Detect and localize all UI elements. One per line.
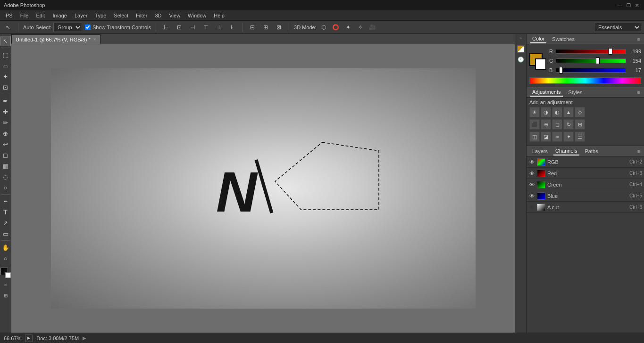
menu-ps[interactable]: PS [2,12,17,19]
quick-mask-mode[interactable]: ○ [0,279,11,290]
dodge-tool[interactable]: ○ [0,182,11,193]
panel-options-icon[interactable]: ≡ [637,36,640,42]
align-right-icon[interactable]: ⊣ [187,22,198,33]
canvas[interactable]: N [51,68,476,309]
color-picker-strip-icon[interactable] [516,44,526,54]
selective-color-icon[interactable]: ☰ [575,131,585,142]
channel-row-red[interactable]: 👁 Red Ctrl+3 [527,168,644,179]
quick-select-tool[interactable]: ✦ [0,71,11,82]
3d-scale-icon[interactable]: 🎥 [368,22,378,33]
show-transform-checkbox[interactable] [85,24,91,30]
type-tool[interactable]: T [0,207,11,217]
r-slider-thumb[interactable] [609,48,612,55]
menu-3d[interactable]: 3D [151,12,165,19]
vibrance-icon[interactable]: ◇ [575,107,585,117]
invert-icon[interactable]: ◫ [529,131,540,142]
shape-tool[interactable]: ▭ [0,229,11,239]
collapse-button[interactable]: » [519,36,522,41]
auto-select-dropdown[interactable]: Group Layer [53,23,82,32]
tab-channels[interactable]: Channels [553,147,579,155]
menu-view[interactable]: View [165,12,184,19]
posterize-icon[interactable]: ◪ [541,131,551,142]
dist-h-icon[interactable]: ⊟ [247,22,258,33]
brush-tool[interactable]: ✏ [0,117,11,128]
color-spectrum[interactable] [529,77,641,84]
align-top-icon[interactable]: ⊤ [201,22,211,33]
gradient-tool[interactable]: ▦ [0,161,11,171]
pen-tool[interactable]: ✒ [0,196,11,206]
channel-row-blue[interactable]: 👁 Blue Ctrl+5 [527,190,644,202]
healing-tool[interactable]: ✚ [0,106,11,117]
adjustments-options-icon[interactable]: ≡ [637,90,640,95]
path-select-tool[interactable]: ↗ [0,218,11,228]
3d-orbit-icon[interactable]: ⭕ [331,22,341,33]
align-left-icon[interactable]: ⊢ [161,22,171,33]
menu-file[interactable]: File [17,12,33,19]
crop-tool[interactable]: ⊡ [0,82,11,92]
visibility-icon-red[interactable]: 👁 [528,170,535,177]
r-slider[interactable] [556,49,626,54]
workspace-dropdown[interactable]: Essentials Design Painting [594,23,641,32]
foreground-color-swatch[interactable] [0,268,11,278]
channel-row-alpha[interactable]: 👁 A cut Ctrl+6 [527,202,644,213]
menu-select[interactable]: Select [110,12,132,19]
lasso-tool[interactable]: ⌓ [0,60,11,71]
brightness-contrast-icon[interactable]: ☀ [529,107,540,117]
photo-filter-icon[interactable]: ↻ [563,119,574,130]
zoom-indicator[interactable]: ▶ [25,335,33,342]
align-bottom-icon[interactable]: ⊦ [227,22,237,33]
gradient-map-icon[interactable]: ✦ [563,131,574,142]
visibility-icon-green[interactable]: 👁 [528,181,535,188]
menu-type[interactable]: Type [92,12,110,19]
3d-pan-icon[interactable]: ✦ [343,22,353,33]
close-button[interactable]: ✕ [634,2,640,8]
visibility-icon-blue[interactable]: 👁 [528,193,535,199]
color-balance-icon[interactable]: ⊕ [541,119,551,130]
b-slider-thumb[interactable] [559,67,563,74]
menu-layer[interactable]: Layer [71,12,92,19]
visibility-icon-rgb[interactable]: 👁 [528,159,535,165]
menu-image[interactable]: Image [49,12,71,19]
history-strip-icon[interactable]: 🕐 [516,55,526,64]
maximize-button[interactable]: ❐ [625,2,632,8]
doc-size-arrow[interactable]: ▶ [83,335,86,341]
menu-filter[interactable]: Filter [132,12,151,19]
g-slider[interactable] [556,58,626,63]
curves-icon[interactable]: ◐ [552,107,562,117]
minimize-button[interactable]: — [617,2,623,8]
b-slider[interactable] [556,68,626,73]
hand-tool[interactable]: ✋ [0,242,11,253]
align-center-icon[interactable]: ⊡ [174,22,184,33]
channel-row-green[interactable]: 👁 Green Ctrl+4 [527,179,644,190]
tab-swatches[interactable]: Swatches [550,35,577,43]
channel-mixer-icon[interactable]: ⊞ [575,119,585,130]
clone-tool[interactable]: ⊕ [0,128,11,139]
menu-window[interactable]: Window [184,12,210,19]
tab-paths[interactable]: Paths [583,147,600,155]
g-slider-thumb[interactable] [596,57,600,64]
screen-mode[interactable]: ⊞ [0,290,11,301]
zoom-tool[interactable]: ⌕ [0,253,11,263]
marquee-tool[interactable]: ⬚ [0,49,11,60]
canvas-area[interactable]: N [11,44,515,333]
eyedropper-tool[interactable]: ✒ [0,96,11,106]
move-tool[interactable]: ↖ [0,36,11,46]
3d-slide-icon[interactable]: ✧ [355,22,366,33]
levels-icon[interactable]: ◑ [541,107,551,117]
visibility-icon-alpha[interactable]: 👁 [528,204,535,211]
tab-layers[interactable]: Layers [530,147,550,155]
channel-row-rgb[interactable]: 👁 RGB Ctrl+2 [527,156,644,168]
move-tool-icon[interactable]: ↖ [3,22,13,33]
history-brush-tool[interactable]: ↩ [0,139,11,149]
tab-close-button[interactable]: × [93,37,96,42]
bw-icon[interactable]: ◻ [552,119,562,130]
3d-rotate-icon[interactable]: ⬡ [318,22,329,33]
threshold-icon[interactable]: ≈ [552,131,562,142]
document-tab[interactable]: Untitled-1 @ 66.7% (V, RGB/8) * × [11,34,100,44]
background-swatch[interactable] [535,58,546,70]
eraser-tool[interactable]: ◻ [0,150,11,160]
blur-tool[interactable]: ◌ [0,172,11,182]
tab-color[interactable]: Color [530,35,546,43]
tab-styles[interactable]: Styles [567,89,585,96]
exposure-icon[interactable]: ▲ [563,107,574,117]
